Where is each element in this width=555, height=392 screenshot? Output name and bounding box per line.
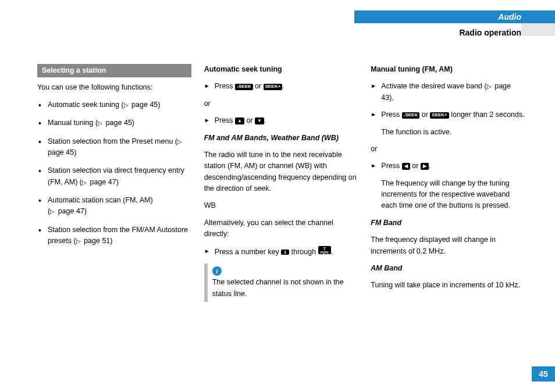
list-item: Automatic seek tuning ( page 45): [37, 99, 191, 111]
step-result: The function is active.: [371, 127, 525, 138]
step-text: or: [410, 162, 421, 170]
list-item: Station selection via direct frequency e…: [37, 165, 191, 188]
info-icon: i: [212, 266, 222, 276]
li-text: Manual tuning (: [48, 119, 98, 127]
page-ref-icon: [50, 207, 56, 215]
page-ref-icon: [177, 137, 183, 145]
function-list: Automatic seek tuning ( page 45) Manual …: [37, 99, 191, 247]
step-text: longer than 2 seconds.: [449, 111, 525, 119]
subsection-title: Radio operation: [459, 28, 521, 37]
up-arrow-button-icon: ▲: [235, 117, 244, 124]
step-text: or: [253, 82, 264, 90]
body-text: The frequency displayed will change in i…: [371, 234, 525, 257]
li-ref: page 47): [88, 178, 119, 186]
section-bar-selecting: Selecting a station: [37, 64, 191, 77]
column-3: Manual tuning (FM, AM) Activate the desi…: [371, 64, 525, 302]
column-1: Selecting a station You can use the foll…: [37, 64, 191, 302]
column-2: Automatic seek tuning Press -SEEK or SEE…: [204, 64, 358, 302]
seek-plus-button-icon: SEEK+: [430, 112, 449, 119]
step-text: Press: [215, 116, 235, 124]
step-text: Press: [381, 111, 401, 119]
step-text: or: [244, 116, 255, 124]
page-ref-icon: [487, 82, 493, 90]
body-text: Tuning will take place in increments of …: [371, 280, 525, 291]
page-ref-icon: [124, 101, 130, 109]
heading-am-band: AM Band: [371, 263, 525, 274]
body-text: The radio will tune in to the next recei…: [204, 149, 358, 195]
list-item: Station selection from the FM/AM Autosto…: [37, 224, 191, 247]
step: Press -SEEK or SEEK+ longer than 2 secon…: [371, 109, 525, 120]
page-ref-icon: [76, 237, 82, 245]
step-text: through: [289, 248, 318, 256]
num-1-button-icon: 1: [281, 250, 289, 255]
content-columns: Selecting a station You can use the foll…: [37, 64, 525, 302]
step-text: Activate the desired wave band (: [381, 82, 486, 90]
step-text: Press a number key: [215, 248, 282, 256]
step-text: Press: [215, 82, 235, 90]
step: Press ◀ or ▶.: [371, 161, 525, 172]
heading-fm-band: FM Band: [371, 218, 525, 229]
step: Activate the desired wave band ( page 43…: [371, 81, 525, 104]
body-text: Alternatively, you can select the channe…: [204, 218, 358, 240]
seek-plus-button-icon: SEEK+: [264, 84, 282, 90]
heading-auto-seek: Automatic seek tuning: [204, 64, 358, 75]
step-text: Press: [381, 162, 401, 170]
li-ref: page 45): [104, 119, 134, 127]
heading-bands: FM and AM Bands, Weather Band (WB): [204, 133, 358, 144]
step-text: .: [331, 248, 333, 256]
info-text: The selected channel is not shown in the…: [212, 277, 355, 300]
seek-minus-button-icon: -SEEK: [235, 84, 252, 90]
step: Press a number key 1 through 7PQRS.: [204, 246, 358, 258]
li-text: Automatic seek tuning (: [48, 101, 124, 109]
intro-text: You can use the following functions:: [37, 82, 191, 93]
page-ref-icon: [98, 119, 104, 127]
page-ref-icon: [82, 178, 88, 186]
step-result: The frequency will change by the tuning …: [371, 178, 525, 212]
li-ref: page 47): [56, 207, 87, 215]
or-text: or: [371, 144, 525, 155]
body-text: WB: [204, 200, 358, 211]
li-text: Station selection from the FM/AM Autosto…: [48, 226, 188, 245]
step-text: or: [419, 111, 430, 119]
list-item: Manual tuning ( page 45): [37, 117, 191, 129]
seek-minus-button-icon: -SEEK: [402, 112, 419, 119]
num-7-sub: PQRS: [321, 251, 329, 254]
step-text: .: [429, 162, 431, 170]
info-note: i The selected channel is not shown in t…: [204, 263, 358, 302]
heading-manual-tuning: Manual tuning (FM, AM): [371, 64, 525, 75]
list-item: Automatic station scan (FM, AM) ( page 4…: [37, 195, 191, 218]
thumb-tab: [521, 23, 555, 36]
step-text: .: [264, 116, 266, 124]
li-ref: page 51): [82, 237, 113, 245]
li-text: Station selection from the Preset menu (: [48, 137, 177, 145]
num-7-button-icon: 7PQRS: [318, 246, 331, 254]
or-text: or: [204, 98, 358, 109]
step-text: .: [282, 82, 284, 90]
page-number: 45: [532, 366, 555, 382]
left-arrow-button-icon: ◀: [402, 163, 410, 170]
li-ref: page 45): [130, 101, 161, 109]
down-arrow-button-icon: ▼: [255, 117, 264, 124]
manual-page: Audio Radio operation 45 Selecting a sta…: [0, 0, 555, 392]
right-arrow-button-icon: ▶: [421, 163, 429, 170]
list-item: Station selection from the Preset menu (…: [37, 136, 191, 159]
step: Press -SEEK or SEEK+.: [204, 81, 358, 92]
step: Press ▲ or ▼.: [204, 115, 358, 126]
li-ref: page 45): [48, 148, 76, 156]
section-header-bar: Audio: [354, 10, 555, 23]
